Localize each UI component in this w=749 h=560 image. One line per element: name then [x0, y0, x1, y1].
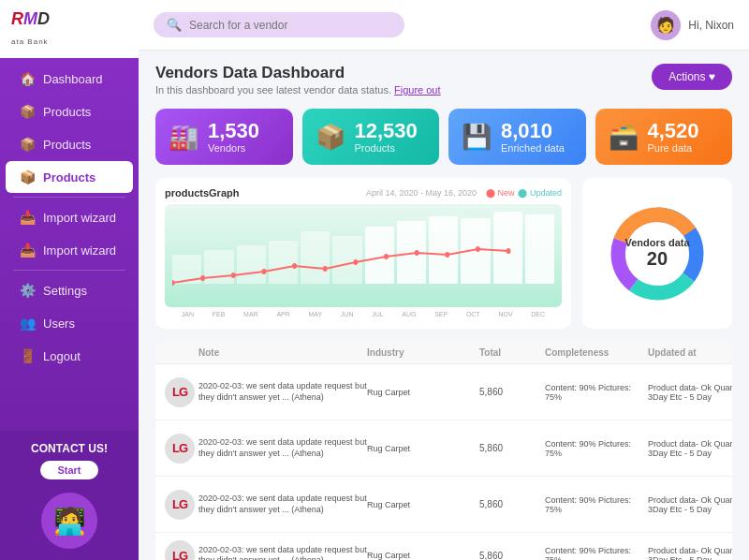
table-row: LG2020-02-03: we sent data update reques…: [155, 477, 732, 533]
search-container[interactable]: 🔍: [154, 12, 404, 37]
sidebar-item-products3[interactable]: 📦 Products: [6, 161, 133, 193]
svg-point-2: [231, 273, 236, 278]
stat-label: Pure data: [648, 142, 699, 154]
vendor-total: 5,860: [479, 551, 545, 560]
vendor-industry: Rug Carpet: [367, 500, 479, 509]
donut-value: 20: [624, 248, 689, 270]
logo: RMD ata Bank: [0, 0, 139, 58]
vendor-logo: LG: [165, 377, 195, 407]
sidebar-item-label: Products: [43, 138, 91, 152]
user-greeting: Hi, Nixon: [688, 19, 734, 32]
svg-point-1: [200, 275, 205, 281]
sidebar-item-import2[interactable]: 📥 Import wizard: [6, 234, 133, 266]
topbar: 🔍 🧑 Hi, Nixon: [139, 0, 749, 51]
logout-icon: 🚪: [19, 348, 36, 363]
vendor-industry: Rug Carpet: [367, 551, 479, 560]
svg-point-11: [507, 248, 511, 254]
svg-point-10: [476, 246, 480, 252]
table-row: LG2020-02-03: we sent data update reques…: [155, 533, 732, 560]
stat-content: 8,010 Enriched data: [501, 120, 565, 154]
vendor-completeness: Content: 90% Pictures: 75%: [545, 546, 648, 560]
table-body: LG2020-02-03: we sent data update reques…: [155, 364, 732, 560]
donut-title: Vendors data: [624, 237, 689, 248]
figure-out-link[interactable]: Figure out: [394, 84, 441, 96]
sidebar-item-label: Logout: [43, 349, 81, 363]
chart-date: April 14, 2020 - May 16, 2020: [366, 188, 477, 198]
sidebar-item-logout[interactable]: 🚪 Logout: [6, 340, 133, 372]
sidebar-item-import1[interactable]: 📥 Import wizard: [6, 201, 133, 233]
sidebar-item-label: Dashboard: [43, 72, 103, 86]
x-label: MAR: [243, 311, 258, 317]
sidebar-item-label: Products: [43, 170, 95, 184]
stat-card-enriched: 💾 8,010 Enriched data: [448, 109, 586, 165]
line-chart: [172, 236, 554, 292]
import-icon-1: 📥: [19, 210, 36, 225]
chart-row: productsGraph April 14, 2020 - May 16, 2…: [155, 178, 732, 329]
contact-start-button[interactable]: Start: [40, 461, 97, 479]
sidebar-item-settings[interactable]: ⚙️ Settings: [6, 274, 133, 306]
settings-icon: ⚙️: [19, 283, 36, 298]
vendor-note: 2020-02-03: we sent data update request …: [198, 545, 367, 561]
avatar: 🧑: [651, 10, 681, 40]
stat-card-vendors: 🏭 1,530 Vendors: [155, 109, 293, 165]
th-logo: [165, 347, 198, 358]
stat-card-pure: 🗃️ 4,520 Pure data: [595, 109, 733, 165]
vendor-updated: Product data- Ok Quantity - 3Day Etc - 5…: [648, 495, 732, 514]
th-industry: Industry: [367, 347, 479, 358]
chart-area: [165, 204, 562, 307]
stat-content: 12,530 Products: [355, 120, 418, 154]
vendor-updated: Product data- Ok Quantity - 3Day Etc - 5…: [648, 439, 732, 458]
sidebar-item-products1[interactable]: 📦 Products: [6, 96, 133, 127]
enriched-icon: 💾: [462, 123, 492, 152]
stat-label: Enriched data: [501, 142, 565, 154]
sidebar-item-label: Products: [43, 105, 91, 119]
vendor-updated: Product data- Ok Quantity - 3Day Etc - 5…: [648, 546, 732, 560]
sidebar-item-label: Import wizard: [43, 211, 116, 225]
chart-header: productsGraph April 14, 2020 - May 16, 2…: [165, 187, 562, 199]
vendor-total: 5,860: [479, 499, 545, 509]
sidebar-item-users[interactable]: 👥 Users: [6, 307, 133, 339]
x-label: OCT: [466, 311, 480, 317]
sidebar: RMD ata Bank 🏠 Dashboard 📦 Products 📦 Pr…: [0, 0, 139, 560]
sidebar-nav: 🏠 Dashboard 📦 Products 📦 Products 📦 Prod…: [0, 62, 139, 373]
th-updated: Updated at: [648, 347, 732, 358]
x-label: FEB: [213, 311, 226, 317]
donut-box: Vendors data 20: [582, 178, 732, 329]
sidebar-item-dashboard[interactable]: 🏠 Dashboard: [6, 63, 133, 95]
x-label: SEP: [434, 311, 448, 317]
sidebar-divider-2: [13, 270, 125, 271]
vendor-total: 5,860: [479, 443, 545, 453]
vendor-total: 5,860: [479, 387, 545, 397]
x-label: NOV: [498, 311, 512, 317]
svg-point-6: [353, 259, 358, 265]
svg-point-9: [445, 252, 449, 258]
contact-illustration: 🧑‍💻: [11, 493, 127, 549]
chart-title: productsGraph: [165, 187, 239, 199]
vendors-table: Note Industry Total Completeness Updated…: [155, 342, 732, 560]
stat-number: 8,010: [501, 120, 565, 142]
pure-icon: 🗃️: [609, 123, 639, 152]
stat-number: 12,530: [355, 120, 418, 142]
brand-name: RMD ata Bank: [11, 9, 50, 49]
search-icon: 🔍: [167, 18, 182, 32]
th-completeness: Completeness: [545, 347, 648, 358]
x-label: JUN: [341, 311, 354, 317]
donut-chart: Vendors data 20: [606, 202, 709, 305]
x-label: JUL: [372, 311, 383, 317]
products-icon-2: 📦: [19, 137, 36, 152]
vendors-icon: 🏭: [169, 123, 198, 152]
search-input[interactable]: [189, 19, 391, 32]
x-label: APR: [276, 311, 289, 317]
actions-button[interactable]: Actions ♥: [652, 64, 732, 90]
main-content: 🔍 🧑 Hi, Nixon Vendors Data Dashboard In …: [139, 0, 749, 560]
stat-number: 1,530: [208, 120, 259, 142]
x-label: DEC: [531, 311, 545, 317]
updated-legend: ⬤ Updated: [518, 188, 562, 198]
sidebar-item-products2[interactable]: 📦 Products: [6, 128, 133, 160]
dashboard-icon: 🏠: [19, 71, 36, 86]
stat-number: 4,520: [648, 120, 699, 142]
page-header-text: Vendors Data Dashboard In this dashboard…: [155, 64, 441, 96]
page-title: Vendors Data Dashboard: [155, 64, 441, 82]
contact-title: CONTACT US!: [11, 442, 127, 455]
svg-point-3: [261, 269, 266, 274]
